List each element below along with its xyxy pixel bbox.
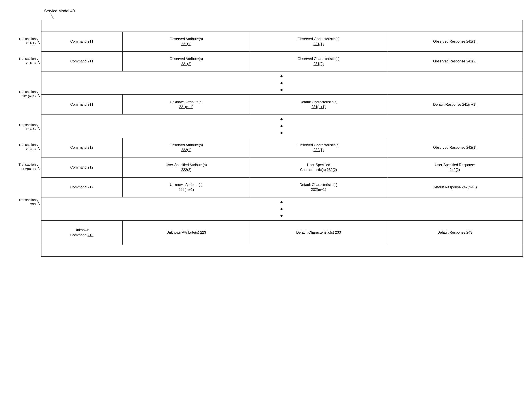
cell-r10-c0: UnknownCommand 213 bbox=[41, 221, 123, 245]
left-label-dots1 bbox=[9, 71, 41, 84]
empty-row-cell-0 bbox=[41, 20, 523, 32]
left-label-text-trans-201a: Transaction201(A) bbox=[18, 37, 36, 46]
transaction-arrow-trans-201b: ╲ bbox=[37, 58, 40, 63]
cell-r8-c1: Unknown Attribute(s)222(m+1) bbox=[122, 177, 250, 197]
left-label-empty-top bbox=[9, 20, 41, 31]
left-label-empty-bottom bbox=[9, 214, 41, 226]
cell-r1-c2: Observed Characteristic(s)231(1) bbox=[250, 32, 387, 52]
transaction-arrow-trans-202a: ╲ bbox=[37, 125, 40, 129]
cell-r1-c0: Command 211 bbox=[41, 32, 123, 52]
cell-r6-c0: Command 212 bbox=[41, 138, 123, 157]
cell-r7-c2: User-SpecifiedCharacteristic(s) 232(2) bbox=[250, 157, 387, 177]
table-row-5: ●●● bbox=[41, 115, 523, 138]
cell-r7-c0: Command 212 bbox=[41, 157, 123, 177]
cell-r6-c2: Observed Characteristic(s)232(1) bbox=[250, 138, 387, 157]
cell-r4-c3: Default Response 241(n+1) bbox=[387, 95, 522, 115]
table-row-10: UnknownCommand 213Unknown Attribute(s) 2… bbox=[41, 221, 523, 245]
cell-r2-c1: Observed Attribute(s)221(2) bbox=[122, 52, 250, 71]
cell-r7-c1: User-Specified Attribute(s)222(2) bbox=[122, 157, 250, 177]
transaction-arrow-trans-202m1: ╲ bbox=[37, 164, 40, 169]
left-label-trans-201a: Transaction201(A)╲ bbox=[9, 31, 41, 51]
table-row-4: Command 211Unknown Attribute(s)221(n+1)D… bbox=[41, 95, 523, 115]
cell-r7-c3: User-Specified Response242(2) bbox=[387, 157, 522, 177]
transaction-arrow-trans-203: ╲ bbox=[37, 200, 40, 204]
cell-r4-c2: Default Characteristic(s)231(n+1) bbox=[250, 95, 387, 115]
table-row-3: ●●● bbox=[41, 71, 523, 95]
table-row-2: Command 211Observed Attribute(s)221(2)Ob… bbox=[41, 52, 523, 71]
cell-r4-c1: Unknown Attribute(s)221(n+1) bbox=[122, 95, 250, 115]
cell-r10-c2: Default Characteristic(s) 233 bbox=[250, 221, 387, 245]
left-label-trans-201n1: Transaction201(n+1)╲ bbox=[9, 84, 41, 104]
table-row-9: ●●● bbox=[41, 197, 523, 220]
table-outer: Command 211Observed Attribute(s)221(1)Ob… bbox=[41, 20, 523, 257]
cell-r8-c0: Command 212 bbox=[41, 177, 123, 197]
left-label-text-trans-201b: Transaction201(B) bbox=[18, 57, 36, 65]
left-label-trans-201b: Transaction201(B)╲ bbox=[9, 51, 41, 71]
table-row-7: Command 212User-Specified Attribute(s)22… bbox=[41, 157, 523, 177]
cell-r2-c3: Observed Response 241(2) bbox=[387, 52, 522, 71]
left-label-dots3 bbox=[9, 177, 41, 190]
cell-r10-c1: Unknown Attribute(s) 223 bbox=[122, 221, 250, 245]
main-layout: Transaction201(A)╲Transaction201(B)╲Tran… bbox=[9, 20, 523, 257]
left-label-trans-203: Transaction203╲ bbox=[9, 190, 41, 214]
cell-r10-c3: Default Response 243 bbox=[387, 221, 522, 245]
left-label-text-trans-202a: Transaction202(A) bbox=[18, 123, 36, 132]
cell-r1-c1: Observed Attribute(s)221(1) bbox=[122, 32, 250, 52]
table-row-11 bbox=[41, 245, 523, 256]
cell-r6-c1: Observed Attribute(s)222(1) bbox=[122, 138, 250, 157]
left-label-text-trans-202b: Transaction202(B) bbox=[18, 143, 36, 151]
dots-row-cell-9: ●●● bbox=[41, 197, 523, 220]
table-row-1: Command 211Observed Attribute(s)221(1)Ob… bbox=[41, 32, 523, 52]
service-model-label: Service Model 40 bbox=[44, 9, 75, 13]
cell-r4-c0: Command 211 bbox=[41, 95, 123, 115]
left-label-text-trans-202m1: Transaction202(m+1) bbox=[18, 162, 36, 171]
service-model-arrow: ╲ bbox=[51, 13, 53, 19]
cell-r1-c3: Observed Response 241(1) bbox=[387, 32, 522, 52]
table-row-6: Command 212Observed Attribute(s)222(1)Ob… bbox=[41, 138, 523, 157]
transaction-arrow-trans-202b: ╲ bbox=[37, 145, 40, 149]
transaction-arrow-trans-201n1: ╲ bbox=[37, 92, 40, 96]
empty-row-cell-11 bbox=[41, 245, 523, 256]
left-label-trans-202b: Transaction202(B)╲ bbox=[9, 137, 41, 157]
left-label-text-trans-203: Transaction203 bbox=[18, 198, 36, 207]
cell-r2-c2: Observed Characteristic(s)231(2) bbox=[250, 52, 387, 71]
cell-r6-c3: Observed Response 242(1) bbox=[387, 138, 522, 157]
main-table: Command 211Observed Attribute(s)221(1)Ob… bbox=[41, 20, 523, 256]
table-row-0 bbox=[41, 20, 523, 32]
cell-r8-c2: Default Characteristic(s)232(m+1) bbox=[250, 177, 387, 197]
left-label-text-trans-201n1: Transaction201(n+1) bbox=[18, 90, 36, 99]
cell-r2-c0: Command 211 bbox=[41, 52, 123, 71]
table-row-8: Command 212Unknown Attribute(s)222(m+1)D… bbox=[41, 177, 523, 197]
page-wrapper: Service Model 40 ╲ Transaction201(A)╲Tra… bbox=[9, 9, 523, 257]
dots-row-cell-5: ●●● bbox=[41, 115, 523, 138]
dots-row-cell-3: ●●● bbox=[41, 71, 523, 95]
left-label-trans-202m1: Transaction202(m+1)╲ bbox=[9, 157, 41, 177]
cell-r8-c3: Default Response 242(m+1) bbox=[387, 177, 522, 197]
left-label-dots2 bbox=[9, 104, 41, 117]
left-labels: Transaction201(A)╲Transaction201(B)╲Tran… bbox=[9, 20, 41, 226]
transaction-arrow-trans-201a: ╲ bbox=[37, 39, 40, 43]
left-label-trans-202a: Transaction202(A)╲ bbox=[9, 117, 41, 137]
